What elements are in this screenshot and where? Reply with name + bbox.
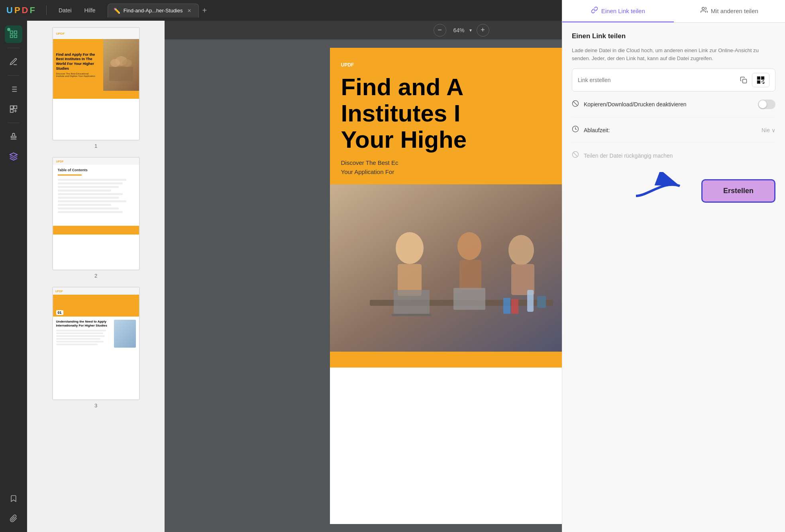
toc-line-3 <box>58 186 119 188</box>
thumb-p1-yellow: Find and Apply For the Best Institutes I… <box>53 39 139 91</box>
thumb-page2-content: UPDF Table of Contents <box>53 158 139 270</box>
thumb-p1-bottom <box>53 91 139 99</box>
expiry-value-text: Nie <box>761 127 770 133</box>
expiry-option: Ablaufzeit: Nie ∨ <box>572 124 775 136</box>
expiry-label: Ablaufzeit: <box>584 127 757 133</box>
svg-line-51 <box>573 101 578 106</box>
thumb-p2-header: UPDF <box>53 158 139 165</box>
thumb-p3-header: UPDF <box>53 288 139 295</box>
tab-close-btn[interactable]: ✕ <box>186 7 193 14</box>
thumb-p1-subtitle: Discover The Best Educational Institute … <box>56 72 96 77</box>
left-sidebar <box>0 21 27 532</box>
svg-point-19 <box>110 59 120 67</box>
page-yellow-area: UPDF Find and A Institutes I Your Highe … <box>330 48 593 184</box>
thumb-wrapper-3[interactable]: UPDF 01 Understanding the Need to Apply … <box>52 287 140 400</box>
sidebar-paperclip-icon[interactable] <box>5 510 22 527</box>
sidebar-pen-icon[interactable] <box>5 53 22 70</box>
sidebar-stamp-icon[interactable] <box>5 128 22 145</box>
thumb-label-1: 1 <box>94 143 97 149</box>
sidebar-list-icon[interactable] <box>5 80 22 98</box>
menu-hilfe[interactable]: Hilfe <box>80 6 100 15</box>
toc-line-1 <box>58 179 127 181</box>
thumb-p3-logo: UPDF <box>55 290 63 293</box>
create-btn-area: Erstellen <box>572 176 775 206</box>
thumb-p3-l6 <box>56 344 98 345</box>
new-tab-btn[interactable]: + <box>199 4 210 17</box>
svg-rect-11 <box>14 106 16 109</box>
sidebar-organize-icon[interactable] <box>5 100 22 118</box>
thumb-p1-img <box>103 39 139 91</box>
link-input-field[interactable] <box>578 77 735 83</box>
share-tab-link[interactable]: Einen Link teilen <box>562 21 674 22</box>
svg-rect-12 <box>10 110 13 112</box>
qr-code-btn[interactable] <box>752 73 769 87</box>
sidebar-bookmark-icon[interactable] <box>5 490 22 507</box>
svg-rect-43 <box>762 78 763 79</box>
thumbnail-page-3[interactable]: UPDF 01 Understanding the Need to Apply … <box>52 287 140 409</box>
svg-rect-30 <box>394 290 430 314</box>
svg-rect-2 <box>10 35 12 37</box>
svg-rect-34 <box>511 299 518 314</box>
sidebar-pages-icon[interactable] <box>5 25 22 43</box>
svg-rect-36 <box>537 296 546 308</box>
zoom-out-btn[interactable]: − <box>434 24 446 37</box>
expiry-dropdown-icon: ∨ <box>771 127 775 133</box>
thumb-toc-bottom <box>53 226 139 235</box>
toc-line-10 <box>58 211 123 213</box>
share-title: Einen Link teilen <box>572 32 775 40</box>
page-photo-area <box>330 184 593 352</box>
sidebar-sep-2 <box>8 75 20 76</box>
share-panel: Einen Link teilen Mit anderen teilen Ein… <box>562 21 785 532</box>
toc-line-7 <box>58 200 127 202</box>
svg-rect-35 <box>527 290 534 312</box>
svg-point-27 <box>508 235 534 265</box>
dot-indicator <box>7 28 10 31</box>
sidebar-sep-1 <box>8 48 20 48</box>
copy-disable-toggle[interactable] <box>758 100 775 109</box>
thumb-page3-content: UPDF 01 Understanding the Need to Apply … <box>53 288 139 399</box>
share-desc: Lade deine Datei in die Cloud hoch, um a… <box>572 47 775 62</box>
toc-line-2 <box>58 182 123 184</box>
thumb-p3-text: Understanding the Need to Apply Internat… <box>56 320 112 348</box>
divider-1 <box>572 117 775 117</box>
thumb-p1-header: UPDF <box>53 28 139 39</box>
expiry-value[interactable]: Nie ∨ <box>761 127 775 133</box>
svg-point-20 <box>122 59 132 67</box>
pdf-page: UPDF Find and A Institutes I Your Highe … <box>330 48 593 524</box>
share-tab-others[interactable]: Mit anderen teilen <box>674 21 785 22</box>
svg-rect-15 <box>11 136 16 138</box>
toc-line-4 <box>58 190 111 192</box>
revoke-icon <box>572 151 579 160</box>
thumb-p3-yellow: 01 <box>53 295 139 317</box>
revoke-label: Teilen der Datei rückgängig machen <box>584 153 775 159</box>
thumb-page1-content: UPDF Find and Apply For the Best Institu… <box>53 28 139 140</box>
thumb-p3-body: Understanding the Need to Apply Internat… <box>53 317 139 351</box>
active-tab[interactable]: ✏️ Find-and-Ap...her-Studies ✕ <box>108 4 199 18</box>
thumb-wrapper-1[interactable]: UPDF Find and Apply For the Best Institu… <box>52 27 140 141</box>
create-link-btn[interactable]: Erstellen <box>701 179 775 203</box>
thumb-p3-l2 <box>56 332 103 334</box>
page-main-title: Find and A Institutes I Your Highe <box>341 74 582 153</box>
arrow-indicator <box>632 172 688 201</box>
thumbnail-page-2[interactable]: UPDF Table of Contents <box>52 157 140 279</box>
copy-link-btn[interactable] <box>738 75 749 85</box>
link-input-row <box>572 68 775 92</box>
thumb-p3-img <box>114 320 136 348</box>
svg-rect-31 <box>392 314 432 316</box>
zoom-percent: 64% <box>451 27 467 33</box>
thumbnail-page-1[interactable]: UPDF Find and Apply For the Best Institu… <box>52 27 140 149</box>
page-subtitle: Discover The Best Ec Your Application Fo… <box>341 158 582 176</box>
svg-rect-26 <box>459 260 481 290</box>
thumb-p1-logo: UPDF <box>56 32 65 35</box>
copy-disable-icon <box>572 100 579 109</box>
zoom-in-btn[interactable]: + <box>477 24 489 37</box>
menu-datei[interactable]: Datei <box>55 6 76 15</box>
thumb-wrapper-2[interactable]: UPDF Table of Contents <box>52 157 140 270</box>
revoke-option: Teilen der Datei rückgängig machen <box>572 149 775 162</box>
zoom-dropdown-btn[interactable]: ▾ <box>469 27 472 33</box>
thumb-label-2: 2 <box>94 273 97 279</box>
app-logo: UPDF <box>6 5 35 16</box>
page-logo-tag: UPDF <box>341 62 582 68</box>
svg-rect-3 <box>14 35 16 37</box>
sidebar-layers-icon[interactable] <box>5 148 22 165</box>
